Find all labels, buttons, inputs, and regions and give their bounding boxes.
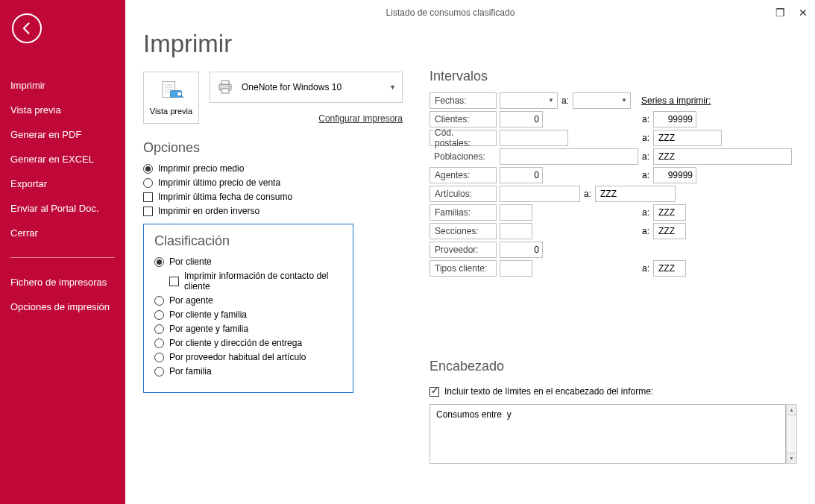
- vista-previa-button[interactable]: Vista previa: [143, 72, 199, 124]
- codpost-to-input[interactable]: [653, 130, 722, 146]
- clientes-to-input[interactable]: [653, 111, 696, 127]
- restore-icon[interactable]: ❐: [775, 7, 785, 19]
- chevron-down-icon: ▼: [621, 97, 627, 104]
- clasificacion-box: Clasificación Por cliente Imprimir infor…: [143, 224, 353, 393]
- printer-name: OneNote for Windows 10: [242, 82, 389, 92]
- titlebar: Listado de consumos clasificado ❐ ✕: [125, 0, 815, 22]
- intervalos-heading: Intervalos: [429, 69, 797, 84]
- sidebar: Imprimir Vista previa Generar en PDF Gen…: [0, 0, 125, 504]
- label-por-agente: Por agente: [169, 295, 213, 306]
- radio-por-cliente-dir[interactable]: [154, 338, 164, 348]
- sidebar-item-vista-previa[interactable]: Vista previa: [10, 98, 115, 122]
- label-por-cliente-dir: Por cliente y dirección de entrega: [169, 338, 302, 348]
- label-precio-medio: Imprimir precio medio: [158, 163, 244, 174]
- label-poblaciones: Poblaciones:: [429, 148, 497, 165]
- clasificacion-heading: Clasificación: [154, 233, 342, 249]
- a-sep: a:: [642, 207, 649, 218]
- checkbox-ultima-fecha[interactable]: [143, 192, 153, 202]
- radio-ultimo-precio[interactable]: [143, 178, 153, 188]
- clientes-from-input[interactable]: [500, 111, 543, 127]
- a-sep: a:: [642, 151, 649, 162]
- sidebar-separator: [10, 257, 115, 258]
- radio-por-agente[interactable]: [154, 296, 164, 306]
- sidebar-item-generar-pdf[interactable]: Generar en PDF: [10, 122, 115, 147]
- encabezado-heading: Encabezado: [429, 359, 797, 374]
- scroll-down-icon[interactable]: ▼: [786, 453, 797, 464]
- checkbox-incluir-limites[interactable]: [429, 387, 439, 397]
- scrollbar[interactable]: ▲ ▼: [786, 404, 797, 464]
- preview-label: Vista previa: [150, 107, 192, 116]
- familias-to-input[interactable]: [653, 204, 686, 221]
- chevron-down-icon: ▼: [548, 97, 554, 104]
- agentes-from-input[interactable]: [500, 167, 543, 183]
- pobl-from-input[interactable]: [500, 148, 638, 165]
- sidebar-item-exportar[interactable]: Exportar: [10, 171, 115, 196]
- label-familias: Familias:: [429, 204, 497, 221]
- series-a-imprimir-link[interactable]: Series a imprimir:: [641, 95, 711, 106]
- arrow-left-icon: [19, 21, 34, 36]
- fecha-to-dropdown[interactable]: ▼: [573, 92, 631, 109]
- pobl-to-input[interactable]: [653, 148, 792, 165]
- proveedor-from-input[interactable]: [500, 242, 543, 258]
- label-orden-inverso: Imprimir en orden inverso: [158, 206, 259, 216]
- sidebar-item-opciones-impresion[interactable]: Opciones de impresión: [10, 294, 115, 319]
- a-sep: a:: [584, 189, 591, 199]
- radio-por-cliente-familia[interactable]: [154, 310, 164, 320]
- svg-rect-4: [221, 81, 229, 84]
- familias-from-input[interactable]: [500, 204, 532, 221]
- label-por-cliente-familia: Por cliente y familia: [169, 309, 247, 320]
- sidebar-item-enviar-portal[interactable]: Enviar al Portal Doc.: [10, 196, 115, 221]
- sidebar-item-cerrar[interactable]: Cerrar: [10, 221, 115, 245]
- checkbox-contacto[interactable]: [169, 277, 179, 286]
- scroll-track[interactable]: [786, 415, 797, 453]
- tiposcli-from-input[interactable]: [500, 260, 532, 277]
- scroll-up-icon[interactable]: ▲: [786, 404, 797, 415]
- sidebar-item-generar-excel[interactable]: Generar en EXCEL: [10, 147, 115, 171]
- articulos-to-input[interactable]: [595, 186, 676, 202]
- tiposcli-to-input[interactable]: [653, 260, 686, 277]
- svg-rect-5: [221, 89, 229, 93]
- fecha-from-dropdown[interactable]: ▼: [500, 92, 558, 109]
- radio-por-familia[interactable]: [154, 367, 164, 377]
- label-ultima-fecha: Imprimir última fecha de consumo: [158, 192, 292, 202]
- svg-point-2: [177, 92, 181, 96]
- a-sep: a:: [642, 170, 649, 180]
- radio-por-cliente[interactable]: [154, 257, 164, 267]
- label-por-familia: Por familia: [169, 366, 212, 377]
- checkbox-orden-inverso[interactable]: [143, 207, 153, 216]
- secciones-from-input[interactable]: [500, 223, 532, 239]
- page-heading: Imprimir: [143, 30, 403, 58]
- window-title: Listado de consumos clasificado: [125, 7, 775, 18]
- label-por-proveedor: Por proveedor habitual del artículo: [169, 352, 306, 362]
- a-sep: a:: [561, 95, 569, 106]
- intervals-table: Fechas: ▼ a: ▼ Series a imprimir: Client…: [429, 92, 797, 277]
- secciones-to-input[interactable]: [653, 223, 686, 239]
- label-proveedor: Proveedor:: [429, 242, 497, 258]
- label-ultimo-precio: Imprimir último precio de venta: [158, 177, 280, 188]
- configurar-impresora-link[interactable]: Configurar impresora: [210, 113, 403, 124]
- radio-por-agente-familia[interactable]: [154, 324, 164, 334]
- chevron-down-icon: ▼: [389, 84, 396, 91]
- main-area: Listado de consumos clasificado ❐ ✕ Impr…: [125, 0, 815, 504]
- printer-icon: [216, 78, 234, 96]
- articulos-from-input[interactable]: [500, 186, 580, 202]
- label-articulos: Artículos:: [429, 186, 497, 202]
- sidebar-item-fichero-impresoras[interactable]: Fichero de impresoras: [10, 270, 115, 294]
- codpost-from-input[interactable]: [500, 130, 568, 146]
- label-contacto: Imprimir información de contacto del cli…: [184, 271, 342, 292]
- label-por-agente-familia: Por agente y familia: [169, 324, 248, 334]
- agentes-to-input[interactable]: [653, 167, 696, 183]
- label-secciones: Secciones:: [429, 223, 497, 239]
- radio-precio-medio[interactable]: [143, 164, 153, 174]
- radio-por-proveedor[interactable]: [154, 353, 164, 362]
- label-incluir-limites: Incluir texto de límites en el encabezad…: [444, 386, 653, 397]
- svg-point-6: [228, 86, 230, 87]
- label-agentes: Agentes:: [429, 167, 497, 183]
- label-tiposcli: Tipos cliente:: [429, 260, 497, 277]
- close-icon[interactable]: ✕: [799, 7, 808, 19]
- sidebar-item-imprimir[interactable]: Imprimir: [10, 73, 115, 98]
- label-fechas: Fechas:: [429, 92, 497, 109]
- back-button[interactable]: [12, 13, 42, 43]
- encabezado-textarea[interactable]: [429, 404, 786, 464]
- printer-selector[interactable]: OneNote for Windows 10 ▼: [210, 72, 403, 103]
